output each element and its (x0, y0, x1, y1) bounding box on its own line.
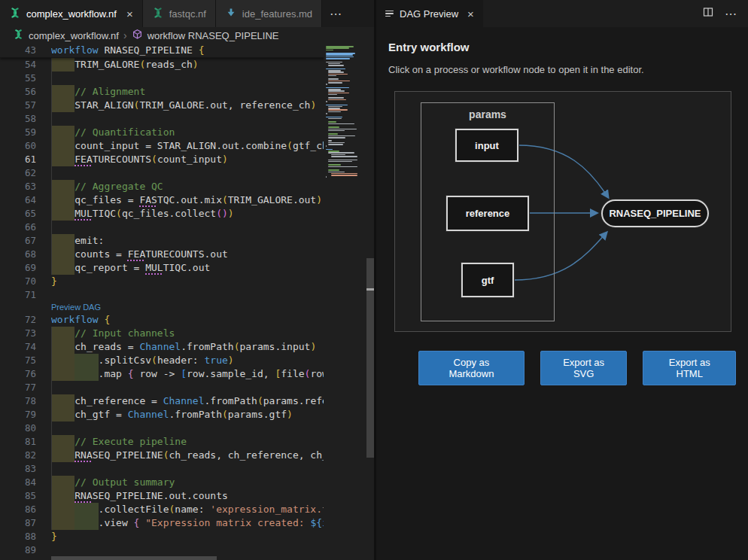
code-line[interactable]: 64qc_files = FASTQC.out.mix(TRIM_GALORE.… (0, 193, 374, 207)
minimap[interactable] (324, 44, 374, 560)
code-line[interactable]: 76.map { row -> [row.sample_id, [file(ro… (0, 367, 374, 381)
scrollbar-decoration (366, 288, 374, 291)
diagnostic-hint: RNA (74, 490, 92, 501)
code-line[interactable]: 79ch_gtf = Channel.fromPath(params.gtf) (0, 408, 374, 422)
indent-guide (51, 221, 52, 234)
code-line[interactable]: 87.view { "Expression matrix created: ${… (0, 516, 374, 530)
code-line[interactable]: 77 (0, 381, 374, 394)
code-line[interactable]: 78ch_reference = Channel.fromPath(params… (0, 394, 374, 408)
code-line[interactable]: 61FEATURECOUNTS(count_input) (0, 153, 374, 166)
code-line[interactable]: 71 (0, 288, 374, 302)
line-number: 65 (0, 207, 36, 221)
preview-list-icon (385, 11, 394, 17)
breadcrumb[interactable]: complex_workflow.nf › workflow RNASEQ_PI… (0, 27, 374, 44)
code-line[interactable]: 54TRIM_GALORE(reads_ch) (0, 58, 374, 72)
close-icon[interactable]: × (126, 8, 133, 20)
line-number: 66 (0, 221, 36, 234)
sticky-scroll-line[interactable]: 43workflow RNASEQ_PIPELINE { (0, 44, 374, 58)
indent-guide (51, 503, 52, 516)
breadcrumb-symbol[interactable]: workflow RNASEQ_PIPELINE (147, 30, 279, 41)
line-number: 85 (0, 489, 36, 503)
indent-guide (51, 72, 52, 85)
code-text: counts = FEATURECOUNTS.out (51, 248, 324, 261)
line-number: 59 (0, 126, 36, 139)
indent-highlight (51, 367, 99, 381)
code-line[interactable]: 85RNASEQ_PIPELINE.out.counts (0, 489, 374, 503)
tab-label: fastqc.nf (169, 8, 206, 20)
code-line[interactable]: 68counts = FEATURECOUNTS.out (0, 248, 374, 261)
code-line[interactable]: 74ch_reads = Channel.fromPath(params.inp… (0, 340, 374, 354)
line-number: 43 (0, 44, 36, 57)
tab-dag-preview[interactable]: DAG Preview × (376, 0, 483, 27)
dag-node-rnaseq-pipeline[interactable]: RNASEQ_PIPELINE (601, 199, 709, 227)
dag-node-label: RNASEQ_PIPELINE (609, 208, 701, 219)
dag-node-reference[interactable]: reference (446, 196, 529, 231)
code-line[interactable]: 63// Aggregate QC (0, 180, 374, 193)
code-line[interactable]: 82RNASEQ_PIPELINE(ch_reads, ch_reference… (0, 449, 374, 462)
dag-group-label: params (421, 108, 554, 120)
code-line[interactable]: 55 (0, 72, 374, 85)
diagnostic-hint: FEA (74, 154, 92, 165)
code-line[interactable]: 80 (0, 422, 374, 435)
indent-guide (51, 489, 52, 503)
dag-node-gtf[interactable]: gtf (461, 263, 514, 297)
code-text: RNASEQ_PIPELINE.out.counts (51, 489, 324, 503)
indent-highlight (51, 58, 74, 72)
diagnostic-hint: FEA (128, 248, 145, 260)
tab-ide-features[interactable]: ide_features.md (216, 0, 322, 27)
line-number: 56 (0, 85, 36, 99)
export-as-html-button[interactable]: Export as HTML (643, 351, 736, 385)
code-text (51, 543, 324, 557)
code-line[interactable]: 66 (0, 221, 374, 234)
breadcrumb-file[interactable]: complex_workflow.nf (29, 30, 119, 41)
dag-node-input[interactable]: input (455, 129, 518, 162)
code-editor[interactable]: 43workflow RNASEQ_PIPELINE { 54TRIM_GALO… (0, 44, 374, 560)
diagnostic-hint: FAS (139, 194, 157, 205)
copy-as-markdown-button[interactable]: Copy as Markdown (418, 351, 525, 385)
code-line[interactable]: 67emit: (0, 234, 374, 248)
code-line[interactable]: 72workflow { (0, 313, 374, 327)
code-line[interactable]: 81// Execute pipeline (0, 435, 374, 449)
export-as-svg-button[interactable]: Export as SVG (540, 351, 628, 385)
code-line[interactable]: 75.splitCsv(header: true) (0, 354, 374, 367)
code-line[interactable]: 69qc_report = MULTIQC.out (0, 261, 374, 275)
split-editor-icon[interactable] (702, 6, 714, 21)
code-line[interactable]: 83 (0, 462, 374, 476)
line-number: 79 (0, 408, 36, 422)
indent-guide (51, 367, 52, 381)
code-line[interactable]: 56// Alignment (0, 85, 374, 99)
close-icon[interactable]: × (467, 8, 474, 20)
tab-fastqc[interactable]: fastqc.nf (143, 0, 216, 27)
indent-highlight (51, 435, 74, 449)
code-line[interactable]: 62 (0, 166, 374, 180)
code-lines: 54TRIM_GALORE(reads_ch)5556// Alignment5… (0, 58, 374, 557)
code-line[interactable]: 89 (0, 543, 374, 557)
indent-highlight (51, 327, 74, 340)
code-line[interactable]: 59// Quantification (0, 126, 374, 139)
codelens-preview-dag[interactable]: Preview DAG (51, 302, 101, 313)
code-line[interactable]: 65MULTIQC(qc_files.collect()) (0, 207, 374, 221)
code-line[interactable]: 57STAR_ALIGN(TRIM_GALORE.out, reference_… (0, 99, 374, 112)
more-actions-icon[interactable]: ⋯ (725, 7, 737, 21)
tab-complex-workflow[interactable]: complex_workflow.nf × (0, 0, 143, 27)
horizontal-scrollbar-thumb[interactable] (51, 556, 217, 560)
indent-highlight (51, 408, 74, 422)
indent-guide (51, 99, 52, 112)
indent-highlight (51, 139, 74, 153)
vertical-scrollbar-thumb[interactable] (366, 258, 374, 458)
code-line[interactable]: 86.collectFile(name: 'expression_matrix.… (0, 503, 374, 516)
nextflow-file-icon (152, 7, 164, 21)
code-line[interactable]: 73// Input channels (0, 327, 374, 340)
code-text (51, 381, 324, 394)
code-line[interactable]: 70} (0, 275, 374, 288)
indent-guide (51, 435, 52, 449)
indent-highlight (51, 153, 74, 166)
tab-label: DAG Preview (400, 8, 458, 20)
line-number: 64 (0, 193, 36, 207)
code-line[interactable]: 58 (0, 112, 374, 126)
code-line[interactable]: 60count_input = STAR_ALIGN.out.combine(g… (0, 139, 374, 153)
code-line[interactable]: 88} (0, 530, 374, 543)
code-line[interactable]: 43workflow RNASEQ_PIPELINE { (0, 44, 374, 57)
tab-overflow-icon[interactable]: ⋯ (322, 0, 350, 27)
code-line[interactable]: 84// Output summary (0, 476, 374, 489)
